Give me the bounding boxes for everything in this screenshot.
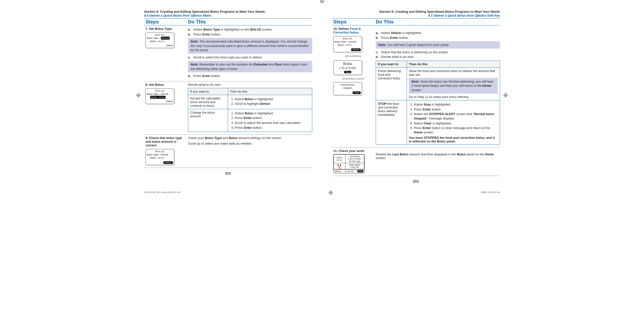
registration-mark-icon bbox=[329, 191, 332, 194]
paragraph: Go to Step 11 to check your bolus delive… bbox=[409, 95, 498, 99]
table-cell: Change the bolus amount bbox=[188, 109, 228, 132]
screen-line: Bolus = 8.0 U bbox=[334, 44, 361, 47]
screen-label: DELIVERING bbox=[333, 55, 373, 57]
sub-text: Notice that the bolus is delivering on t… bbox=[381, 50, 500, 55]
clock: 11:18 AM bbox=[345, 170, 354, 172]
paragraph: You have STOPPED the food and correction… bbox=[409, 136, 498, 143]
screen-title: BOLUS bbox=[147, 150, 173, 153]
list-item: Notice the STOPPED ALERT screen and "Nor… bbox=[414, 112, 498, 120]
list-item: Press Enter button to clear message and … bbox=[414, 126, 498, 134]
step-title: Set Bolus. bbox=[149, 83, 164, 87]
screen-big-line: Bolus bbox=[334, 62, 361, 66]
sub-letter: a. bbox=[188, 27, 193, 32]
screen-line: Normal bolus bbox=[334, 83, 361, 86]
th-if: If you want to bbox=[376, 61, 407, 68]
pump-screen-bolus: BOLUS Bolus Type = Normal Bolus = 8.0 U … bbox=[146, 33, 174, 48]
col-do-this: Do This bbox=[376, 19, 500, 25]
screen-line: Bolus = 8.0 U bbox=[147, 156, 173, 159]
step-left: 9. Check that bolus type and bolus amoun… bbox=[144, 136, 188, 165]
screen-line: stopped. bbox=[334, 87, 361, 89]
screen-line: Bolus = 8.0 U bbox=[147, 96, 173, 99]
th-if: If you want to bbox=[188, 88, 228, 95]
screen-line: Bolus Type = Normal bbox=[147, 153, 173, 156]
screen-highlight: Bolus = 8.0 U bbox=[150, 96, 166, 99]
paragraph: Review the Last Bolus amount and time di… bbox=[376, 152, 500, 160]
col-do-this: Do This bbox=[188, 19, 312, 25]
table-cell: Allow the food and correction bolus to d… bbox=[407, 68, 500, 100]
page-right: Section 8: Creating and Editing Speciali… bbox=[322, 5, 510, 186]
page-number: 212 bbox=[332, 179, 500, 183]
step-title-post: . bbox=[358, 31, 360, 34]
status-icons: ◐ ▮📶 bbox=[334, 163, 346, 169]
table-cell: Accept the calculated bolus amount and c… bbox=[188, 95, 228, 109]
sub-text: Decide what to do next. bbox=[381, 55, 500, 59]
decision-table: If you want to Then do this Finish deliv… bbox=[376, 61, 500, 145]
screen-button: Clear bbox=[352, 91, 361, 94]
screen-footer: Deliver bbox=[147, 44, 173, 47]
sub-letter: b. bbox=[188, 32, 193, 37]
steps-header: Steps Do This bbox=[332, 18, 500, 26]
basal-label: Daily Basal bbox=[346, 164, 364, 166]
pump-screen-bolus: BOLUS Bolus Type = Normal Bolus = 8.0 U … bbox=[333, 36, 362, 52]
last-bolus-value: 2.50 of 8.00U bbox=[346, 158, 364, 160]
step-right: a.Notice Deliver is highlighted. b.Press… bbox=[376, 27, 500, 145]
step-8: 8. Set Bolus. BOLUS Bolus Type = Normal … bbox=[144, 81, 312, 135]
step-9: 9. Check that bolus type and bolus amoun… bbox=[144, 135, 312, 168]
table-cell: STOP the food and correction bolus deliv… bbox=[376, 100, 407, 145]
note-text: The recommended calculated bolus amount … bbox=[190, 40, 308, 52]
step-left: 7. Set Bolus Type. BOLUS Bolus Type = No… bbox=[144, 27, 188, 79]
sub-letter: a. bbox=[376, 31, 381, 35]
pump-screen-bolus: BOLUS Bolus Type = Normal Bolus = 8.0 U … bbox=[146, 89, 174, 104]
note-text: You will hear 2 quick beeps from your pu… bbox=[387, 43, 450, 47]
paragraph: Scroll up to select and make edits as ne… bbox=[188, 142, 312, 145]
softkey-right: Main bbox=[357, 170, 364, 172]
table-cell: Notice Stop is highlighted. Press Enter … bbox=[407, 100, 500, 145]
list-item: Notice Clear is highlighted. bbox=[414, 121, 498, 126]
sub-letter: b. bbox=[376, 36, 381, 40]
step-right: a.Notice Bolus Type is highlighted on th… bbox=[188, 27, 312, 79]
sub-text: Scroll to select the bolus type you want… bbox=[193, 55, 312, 60]
table-cell: Notice Bolus is highlighted. Scroll to h… bbox=[228, 95, 312, 109]
registration-mark-icon bbox=[504, 94, 507, 97]
screen-title: BOLUS bbox=[147, 89, 173, 92]
step-number: 10. bbox=[333, 27, 338, 31]
sub-letter: c. bbox=[188, 55, 193, 60]
pump-home-screen: IOB ≥ 12.1U Last Bolus 2.50 of 8.00U 0h … bbox=[333, 154, 364, 173]
step-left: 10. Deliver Food & Correction bolus. BOL… bbox=[332, 27, 376, 145]
sub-text: Notice Bolus Type is highlighted on the … bbox=[193, 27, 312, 32]
page-spread: Section 8: Creating and Editing Speciali… bbox=[134, 0, 510, 191]
col-steps: Steps bbox=[332, 19, 376, 25]
step-10: 10. Deliver Food & Correction bolus. BOL… bbox=[332, 26, 500, 148]
step-number: 7. bbox=[146, 27, 148, 31]
sub-text: Press Enter button. bbox=[193, 74, 312, 78]
step-title-pre: Deliver bbox=[338, 27, 350, 31]
screen-title: BOLUS bbox=[147, 34, 173, 37]
screen-line: Bolus Type = Normal bbox=[147, 93, 173, 96]
list-item: Press Enter button. bbox=[414, 107, 498, 112]
screen-line: Bolus Type = Normal bbox=[147, 37, 173, 40]
note-box: Note: Once the bolus has finished delive… bbox=[409, 78, 498, 94]
screen-footer: Deliver bbox=[147, 100, 173, 103]
list-item: Notice Stop is highlighted. bbox=[414, 102, 498, 107]
note-box: Note: You will hear 2 quick beeps from y… bbox=[376, 41, 500, 49]
th-then: Then do this bbox=[228, 88, 312, 95]
subsection-title: 8.7 Deliver a Quick Bolus from QBolus So… bbox=[332, 14, 500, 17]
th-then: Then do this bbox=[407, 61, 500, 68]
iob-value: 12.1U bbox=[334, 159, 344, 161]
step-11: 11. Check your work. IOB ≥ 12.1U Last Bo… bbox=[332, 148, 500, 176]
step-right: Decide what to do next. If you want to T… bbox=[188, 83, 312, 132]
softkey-left: QBolus bbox=[334, 170, 341, 172]
col-steps: Steps bbox=[144, 19, 188, 25]
sub-text: Press Enter button. bbox=[193, 32, 312, 37]
list-item: Scroll to highlight Deliver. bbox=[235, 102, 310, 106]
screen-highlight: Normal bbox=[161, 37, 170, 40]
list-item: Notice Bolus is highlighted. bbox=[235, 111, 310, 116]
step-title: Check your work. bbox=[338, 149, 365, 153]
subsection-title: 8.6 Deliver a Quick Bolus from QBolus Me… bbox=[144, 14, 312, 17]
note-label: Note: bbox=[190, 63, 198, 66]
paragraph: Allow the food and correction bolus to d… bbox=[409, 69, 498, 77]
last-bolus-time: 0h 01m ago bbox=[346, 160, 364, 162]
last-bolus-label: Last Bolus bbox=[346, 155, 364, 158]
intro-text: Decide what to do next. bbox=[188, 83, 312, 87]
step-title: Check that bolus type and bolus amount i… bbox=[146, 136, 182, 147]
